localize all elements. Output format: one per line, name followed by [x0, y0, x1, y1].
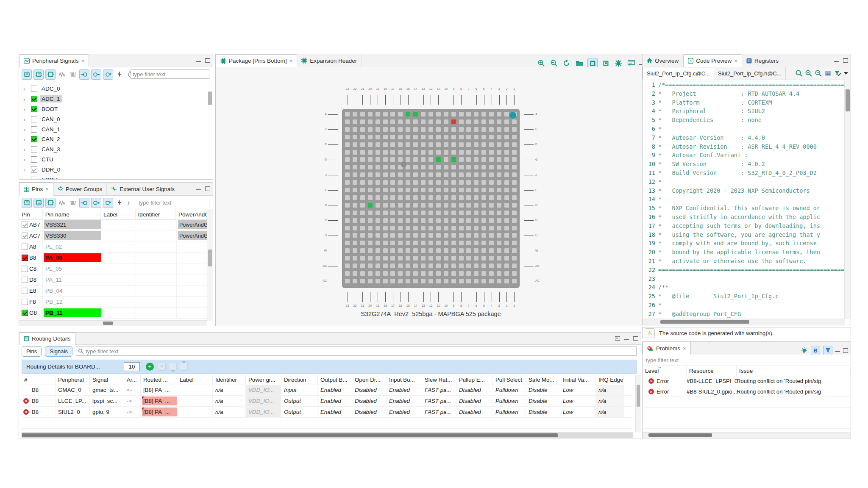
bga-pin[interactable]	[504, 112, 509, 116]
package-bottom-view-icon[interactable]	[601, 58, 610, 68]
bga-pin[interactable]	[368, 165, 373, 169]
bga-pin[interactable]	[376, 263, 380, 268]
bga-pin[interactable]	[504, 142, 509, 147]
bga-pin[interactable]	[368, 195, 373, 200]
bga-pin[interactable]	[451, 195, 456, 200]
maximize-icon[interactable]	[205, 186, 210, 191]
tree-item[interactable]: ›CAN_3	[19, 144, 207, 155]
routing-column-header[interactable]: Power gr...	[246, 375, 281, 385]
bga-pin[interactable]	[459, 112, 464, 116]
routing-column-header[interactable]: Routed ...	[141, 375, 177, 385]
bga-pin[interactable]	[497, 150, 501, 155]
bga-pin[interactable]	[436, 233, 441, 238]
bga-pin[interactable]	[376, 218, 380, 223]
bga-pin[interactable]	[474, 279, 479, 283]
bga-pin[interactable]	[436, 203, 441, 208]
bga-pin[interactable]	[421, 248, 426, 253]
routing-row[interactable]: ×B8LLCE_LP...lpspi_sc...->[B8] PA_...n/a…	[22, 396, 633, 407]
bga-pin[interactable]	[353, 211, 357, 215]
bga-pin[interactable]	[504, 233, 509, 238]
bga-pin[interactable]	[345, 119, 350, 124]
bga-pin[interactable]	[406, 218, 410, 223]
bga-pin[interactable]	[504, 248, 509, 253]
bga-pin[interactable]	[353, 263, 357, 268]
bga-pin[interactable]	[345, 263, 350, 268]
bga-pin[interactable]	[353, 195, 357, 200]
bga-pin[interactable]	[444, 271, 448, 276]
bga-pin[interactable]	[444, 226, 448, 230]
pins-vscroll-thumb[interactable]	[208, 250, 212, 266]
bga-pin[interactable]	[376, 241, 380, 245]
bga-pin[interactable]	[368, 226, 373, 230]
bga-pin[interactable]	[489, 256, 494, 261]
export-icon[interactable]	[825, 71, 831, 76]
zoom-out-icon[interactable]	[815, 70, 822, 77]
bga-pin[interactable]	[368, 248, 373, 253]
bga-pin[interactable]	[383, 263, 388, 268]
bga-pin[interactable]	[406, 165, 410, 169]
bga-pin[interactable]	[489, 226, 494, 230]
bga-pin[interactable]	[406, 119, 410, 124]
bga-pin[interactable]	[368, 256, 373, 261]
bga-pin[interactable]	[444, 119, 448, 124]
bga-pin[interactable]	[406, 256, 410, 261]
pins-column-header[interactable]: Pin	[19, 209, 43, 219]
bga-pin[interactable]	[444, 218, 448, 223]
routing-column-header[interactable]: #	[22, 375, 56, 385]
bga-pin[interactable]	[474, 256, 479, 261]
bga-pin[interactable]	[474, 150, 479, 155]
bga-pin[interactable]	[474, 157, 479, 162]
bga-pin[interactable]	[466, 218, 471, 223]
bga-pin[interactable]	[512, 271, 517, 276]
bga-pin[interactable]	[481, 248, 486, 253]
pin-checkbox[interactable]	[22, 233, 28, 239]
pin-checkbox[interactable]	[22, 222, 28, 228]
bga-pin[interactable]	[345, 135, 350, 139]
bga-pin[interactable]	[390, 180, 395, 185]
bga-pin[interactable]	[444, 135, 448, 139]
bga-pin[interactable]	[383, 195, 388, 200]
tab-code-preview[interactable]: c Code Preview ×	[683, 54, 742, 67]
tab-problems[interactable]: Problems ×	[643, 342, 691, 355]
bga-pin[interactable]	[390, 226, 395, 230]
bga-pin[interactable]	[436, 142, 441, 147]
bga-pin[interactable]	[413, 180, 418, 185]
minimize-icon[interactable]	[834, 58, 839, 62]
expand-chevron-icon[interactable]: ›	[23, 166, 28, 173]
bga-pin[interactable]	[390, 211, 395, 215]
bga-pin[interactable]	[504, 150, 509, 155]
bga-pin[interactable]	[512, 119, 517, 124]
bga-pin[interactable]	[512, 226, 517, 230]
tree-item[interactable]: ›CAN_0	[19, 114, 207, 124]
bga-pin[interactable]	[413, 203, 418, 208]
bga-pin[interactable]	[428, 218, 433, 223]
column-header-issue[interactable]: Issue	[737, 366, 851, 376]
bga-pin[interactable]	[497, 241, 501, 245]
bga-pin[interactable]	[390, 165, 395, 169]
bga-pin[interactable]	[398, 180, 403, 185]
bga-pin[interactable]	[413, 135, 418, 139]
bga-pin[interactable]	[398, 241, 403, 245]
add-route-button[interactable]: +	[146, 363, 154, 371]
bga-pin[interactable]	[406, 172, 410, 177]
bga-pin[interactable]	[504, 256, 509, 261]
bga-pin[interactable]	[360, 233, 365, 238]
bga-pin[interactable]	[383, 211, 388, 215]
bga-pin[interactable]	[353, 112, 357, 116]
bga-pin[interactable]	[489, 263, 494, 268]
pin-row[interactable]: E8PB_04	[19, 286, 207, 297]
bga-pin[interactable]	[398, 279, 403, 283]
bga-pin[interactable]	[368, 188, 373, 192]
pins-hscroll-thumb[interactable]	[103, 322, 113, 325]
bga-pin[interactable]	[360, 142, 365, 147]
bga-pin[interactable]	[474, 271, 479, 276]
bga-pin[interactable]	[398, 172, 403, 177]
bga-pin[interactable]	[390, 119, 395, 124]
bga-pin[interactable]	[428, 256, 433, 261]
bga-pin[interactable]	[368, 150, 373, 155]
problems-hscroll-thumb[interactable]	[648, 433, 712, 437]
tab-routing-details[interactable]: Routing Details	[19, 333, 75, 345]
route-bidir-icon[interactable]	[103, 198, 113, 208]
bga-pin[interactable]	[504, 218, 509, 223]
column-header-level[interactable]: Level	[643, 366, 687, 376]
